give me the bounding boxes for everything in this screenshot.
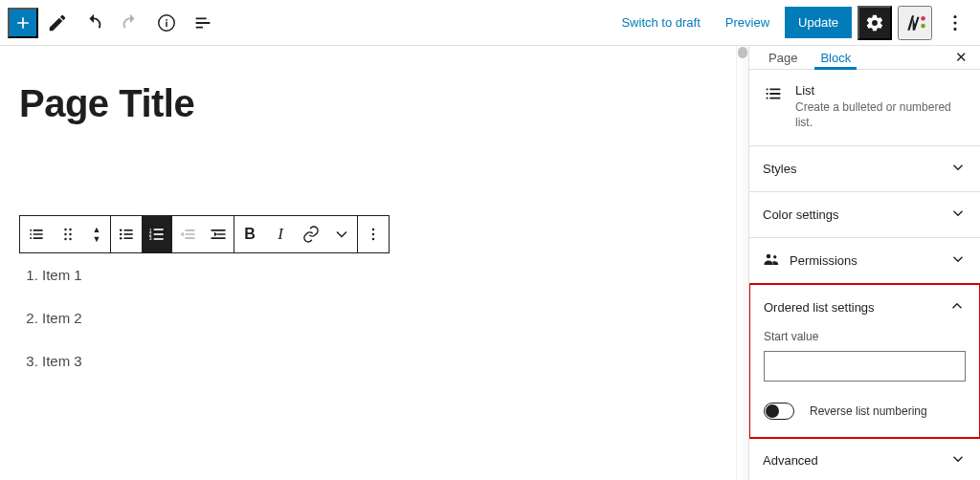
svg-point-12 xyxy=(64,238,67,241)
link-button[interactable] xyxy=(296,216,326,252)
svg-rect-2 xyxy=(166,21,167,27)
svg-point-11 xyxy=(69,233,72,236)
chevron-down-icon xyxy=(949,205,967,225)
drag-handle-icon[interactable] xyxy=(53,216,83,252)
svg-rect-25 xyxy=(154,238,164,240)
list-icon xyxy=(763,83,784,130)
svg-point-16 xyxy=(120,237,122,240)
start-value-label: Start value xyxy=(764,330,966,343)
start-value-input[interactable] xyxy=(764,351,966,382)
svg-rect-23 xyxy=(154,229,164,230)
update-button[interactable]: Update xyxy=(785,7,852,38)
svg-point-28 xyxy=(372,238,375,241)
block-card-desc: Create a bulleted or numbered list. xyxy=(795,100,967,130)
svg-point-7 xyxy=(953,27,956,30)
svg-rect-17 xyxy=(124,229,133,231)
outline-button[interactable] xyxy=(186,6,220,40)
chevron-down-icon xyxy=(949,159,967,179)
permissions-icon xyxy=(763,251,780,271)
svg-point-14 xyxy=(120,229,122,232)
settings-button[interactable] xyxy=(858,6,892,40)
panel-advanced[interactable]: Advanced xyxy=(749,438,980,480)
panel-styles[interactable]: Styles xyxy=(749,146,980,192)
block-more-button[interactable] xyxy=(358,216,389,252)
panel-permissions[interactable]: Permissions xyxy=(749,238,980,284)
panel-ordered-toggle[interactable]: Ordered list settings xyxy=(750,285,979,330)
svg-point-30 xyxy=(773,255,776,258)
ordered-list-button[interactable]: 123 xyxy=(142,216,172,252)
svg-point-5 xyxy=(953,15,956,18)
svg-point-1 xyxy=(166,18,167,20)
svg-rect-24 xyxy=(154,233,164,235)
chevron-down-icon xyxy=(949,251,967,271)
svg-rect-19 xyxy=(124,237,133,239)
page-title[interactable]: Page Title xyxy=(19,82,729,125)
svg-point-29 xyxy=(767,254,771,259)
tab-block[interactable]: Block xyxy=(809,46,862,69)
block-toolbar: ▲ ▼ 123 xyxy=(19,215,390,253)
add-block-button[interactable] xyxy=(8,8,38,38)
italic-button[interactable]: I xyxy=(265,216,296,252)
move-up-button[interactable]: ▲ xyxy=(83,225,110,234)
svg-point-15 xyxy=(120,233,122,236)
redo-button[interactable] xyxy=(113,6,147,40)
panel-color[interactable]: Color settings xyxy=(749,192,980,238)
list-item[interactable]: Item 2 xyxy=(42,310,729,326)
list-item[interactable]: Item 3 xyxy=(42,353,729,369)
reverse-list-toggle[interactable] xyxy=(764,403,794,420)
more-rich-text-button[interactable] xyxy=(326,216,357,252)
svg-point-3 xyxy=(921,16,925,21)
yoast-button[interactable] xyxy=(898,6,932,40)
svg-point-9 xyxy=(69,229,72,231)
svg-point-13 xyxy=(69,238,72,241)
close-sidebar-button[interactable]: ✕ xyxy=(949,46,972,69)
chevron-down-icon xyxy=(949,450,967,470)
edit-mode-button[interactable] xyxy=(40,6,75,40)
undo-button[interactable] xyxy=(77,6,111,40)
panel-permissions-title: Permissions xyxy=(790,253,858,268)
move-down-button[interactable]: ▼ xyxy=(83,234,110,244)
block-type-icon[interactable] xyxy=(20,216,53,252)
svg-point-8 xyxy=(64,229,67,231)
switch-to-draft-button[interactable]: Switch to draft xyxy=(612,10,709,35)
chevron-up-icon xyxy=(948,297,966,317)
panel-advanced-title: Advanced xyxy=(763,453,818,468)
panel-ordered-title: Ordered list settings xyxy=(764,300,875,315)
panel-color-title: Color settings xyxy=(763,207,838,222)
preview-button[interactable]: Preview xyxy=(716,10,779,35)
more-options-button[interactable] xyxy=(938,6,972,40)
list-item[interactable]: Item 1 xyxy=(42,267,729,283)
svg-point-10 xyxy=(64,233,67,236)
tab-page[interactable]: Page xyxy=(757,46,809,69)
svg-point-27 xyxy=(372,233,375,236)
svg-point-4 xyxy=(921,23,925,28)
indent-button[interactable] xyxy=(203,216,234,252)
svg-point-6 xyxy=(953,21,956,24)
panel-ordered-list-settings: Ordered list settings Start value Revers… xyxy=(748,283,980,439)
bold-button[interactable]: B xyxy=(234,216,265,252)
canvas-scrollbar[interactable] xyxy=(736,46,748,480)
outdent-button[interactable] xyxy=(172,216,203,252)
unordered-list-button[interactable] xyxy=(111,216,142,252)
panel-styles-title: Styles xyxy=(763,162,796,176)
reverse-list-label: Reverse list numbering xyxy=(810,404,927,418)
list-block[interactable]: Item 1 Item 2 Item 3 xyxy=(19,267,729,369)
svg-point-26 xyxy=(372,229,375,231)
svg-rect-18 xyxy=(124,233,133,235)
svg-text:3: 3 xyxy=(149,235,152,241)
block-card-name: List xyxy=(795,83,967,98)
block-card: List Create a bulleted or numbered list. xyxy=(749,70,980,146)
info-button[interactable] xyxy=(149,6,184,40)
